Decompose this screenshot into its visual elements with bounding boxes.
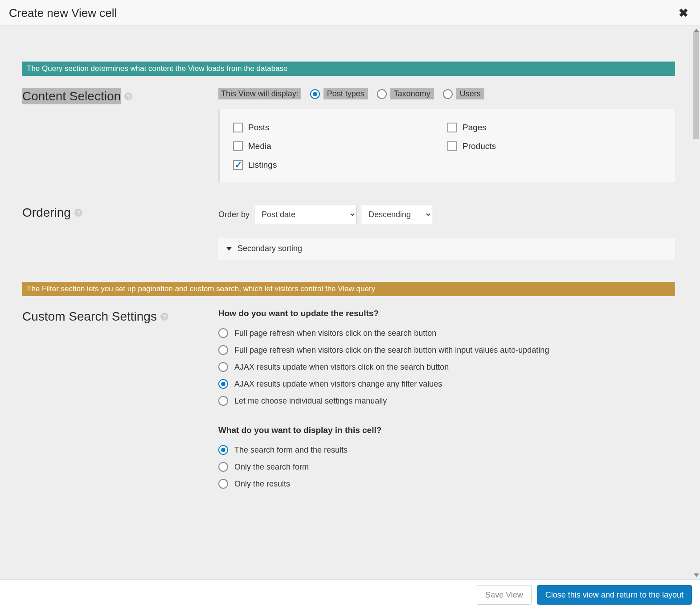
radio[interactable]: [218, 462, 228, 472]
modal-footer: Save View Close this view and return to …: [0, 579, 700, 610]
radio[interactable]: [218, 445, 228, 455]
scroll-down-icon[interactable]: [694, 573, 699, 577]
custom-search-section: Custom Search Settings ? How do you want…: [22, 309, 675, 489]
checkbox[interactable]: [447, 141, 457, 151]
post-type-media[interactable]: Media: [233, 141, 447, 151]
section-heading-custom-search: Custom Search Settings: [22, 309, 157, 325]
post-type-posts[interactable]: Posts: [233, 123, 447, 132]
order-by-select[interactable]: Post date: [254, 205, 356, 224]
mode-radio[interactable]: [310, 89, 320, 99]
post-type-pages[interactable]: Pages: [447, 123, 662, 132]
radio[interactable]: [218, 379, 228, 389]
checkbox[interactable]: [447, 123, 457, 132]
help-icon[interactable]: ?: [160, 313, 168, 321]
update-option[interactable]: AJAX results update when visitors click …: [218, 362, 675, 372]
secondary-sort-toggle[interactable]: Secondary sorting: [218, 238, 675, 260]
scroll-up-icon[interactable]: [694, 29, 699, 32]
help-icon[interactable]: ?: [124, 92, 132, 100]
content-selection-section: Content Selection ? This View will displ…: [22, 88, 675, 182]
radio[interactable]: [218, 396, 228, 406]
post-type-listings[interactable]: Listings: [233, 160, 447, 170]
update-options-list: Full page refresh when visitors click on…: [218, 328, 675, 406]
ordering-section: Ordering ? Order by Post date Descending: [22, 205, 675, 260]
radio[interactable]: [218, 345, 228, 355]
chevron-down-icon: [226, 247, 232, 251]
display-option[interactable]: The search form and the results: [218, 445, 675, 455]
scroll-thumb[interactable]: [693, 32, 699, 139]
section-heading-ordering: Ordering: [22, 205, 71, 221]
radio[interactable]: [218, 362, 228, 372]
section-heading-content-selection: Content Selection: [22, 88, 121, 104]
checkbox[interactable]: [233, 160, 243, 170]
display-options-list: The search form and the results Only the…: [218, 445, 675, 489]
update-option[interactable]: Full page refresh when visitors click on…: [218, 328, 675, 338]
mode-option-taxonomy[interactable]: Taxonomy: [377, 88, 434, 99]
mode-option-users[interactable]: Users: [443, 88, 484, 99]
help-icon[interactable]: ?: [74, 209, 82, 217]
modal-dialog: Create new View cell ✖ The Query section…: [0, 0, 700, 610]
display-option[interactable]: Only the results: [218, 479, 675, 489]
save-view-button[interactable]: Save View: [477, 585, 532, 605]
mode-radio[interactable]: [443, 89, 453, 99]
radio[interactable]: [218, 328, 228, 338]
scroll-area[interactable]: The Query section determines what conten…: [0, 26, 700, 579]
display-cell-heading: What do you want to display in this cell…: [218, 425, 675, 435]
checkbox[interactable]: [233, 141, 243, 151]
display-mode-row: This View will display: Post types Taxon…: [218, 88, 675, 99]
close-view-button[interactable]: Close this view and return to the layout: [537, 585, 692, 605]
post-types-box: Posts Pages Media: [218, 109, 675, 182]
post-type-products[interactable]: Products: [447, 141, 662, 151]
display-label: This View will display:: [218, 88, 301, 99]
modal-title: Create new View cell: [9, 6, 117, 20]
mode-radio[interactable]: [377, 89, 387, 99]
scroll-track[interactable]: [692, 32, 700, 573]
query-banner: The Query section determines what conten…: [22, 62, 675, 76]
close-icon[interactable]: ✖: [676, 6, 691, 20]
display-option[interactable]: Only the search form: [218, 462, 675, 472]
order-direction-select[interactable]: Descending: [361, 205, 432, 224]
update-option[interactable]: AJAX results update when visitors change…: [218, 379, 675, 389]
order-by-label: Order by: [218, 210, 250, 219]
radio[interactable]: [218, 479, 228, 489]
mode-option-post-types[interactable]: Post types: [310, 88, 368, 99]
checkbox[interactable]: [233, 123, 243, 132]
modal-header: Create new View cell ✖: [0, 0, 700, 26]
update-option[interactable]: Let me choose individual settings manual…: [218, 396, 675, 406]
vertical-scrollbar[interactable]: [692, 27, 700, 579]
update-results-heading: How do you want to update the results?: [218, 309, 675, 318]
update-option[interactable]: Full page refresh when visitors click on…: [218, 345, 675, 355]
order-row: Order by Post date Descending: [218, 205, 675, 224]
filter-banner: The Filter section lets you set up pagin…: [22, 282, 675, 296]
